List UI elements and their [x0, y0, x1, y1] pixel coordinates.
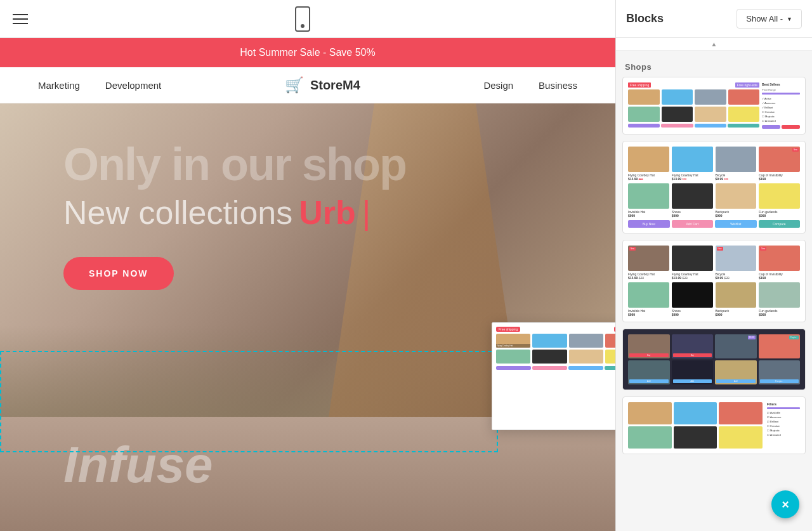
hero-section: Only in our shop New collections Urb| SH… — [0, 103, 615, 452]
show-all-label: Show All - — [746, 14, 783, 23]
site-logo: 🛒 StoreM4 — [285, 76, 360, 94]
cursor-blink: | — [362, 193, 371, 232]
show-all-button[interactable]: Show All - — [737, 9, 802, 29]
block-card-3[interactable]: New Flying Cowboy Hat $13.99 $20 Flying … — [622, 240, 806, 322]
block-card-4[interactable]: Buy Buy $9.99 — [622, 329, 806, 390]
section-title-shops: Shops — [625, 62, 803, 72]
website-content: Hot Summer Sale - Save 50% Marketing Dev… — [0, 38, 615, 531]
hero-content: Only in our shop New collections Urb| SH… — [63, 141, 406, 290]
nav-design[interactable]: Design — [483, 80, 513, 91]
main-canvas: Hot Summer Sale - Save 50% Marketing Dev… — [0, 0, 615, 531]
phone-icon — [295, 6, 310, 32]
block-card-5[interactable]: Filters ☑ Available ☑ Awesome ☑ Brillian… — [622, 397, 806, 454]
right-panel: Blocks Show All - ▲ Shops Free shipping … — [615, 0, 812, 531]
dashed-selection-box — [0, 351, 498, 452]
nav-business[interactable]: Business — [539, 80, 577, 91]
top-toolbar — [0, 0, 615, 38]
hero-subtitle-prefix: New collections — [63, 193, 292, 232]
logo-cart-icon: 🛒 — [285, 76, 304, 94]
shop-now-button[interactable]: SHOP NOW — [63, 257, 174, 290]
logo-text: StoreM4 — [310, 78, 360, 93]
announcement-text: Hot Summer Sale - Save 50% — [240, 47, 375, 58]
block-card-2[interactable]: Flying Cowboy Hat $13.99 $20 Flying Cowb… — [622, 141, 806, 233]
floating-preview-thumbnail: Free shipping Free right-side Flying Cow… — [492, 322, 615, 430]
hero-subtitle: New collections Urb| — [63, 193, 406, 232]
phone-preview-icon[interactable] — [295, 6, 310, 32]
hero-title: Only in our shop — [63, 141, 406, 187]
hero-subtitle-accent: Urb — [299, 193, 356, 232]
close-fab-button[interactable]: × — [771, 490, 799, 518]
right-panel-header: Blocks Show All - — [616, 0, 812, 38]
announcement-bar: Hot Summer Sale - Save 50% — [0, 38, 615, 67]
hamburger-menu[interactable] — [13, 14, 28, 24]
block-card-1[interactable]: Free shipping Free right-side — [622, 77, 806, 134]
right-panel-title: Blocks — [626, 12, 664, 25]
site-nav: Marketing Development 🛒 StoreM4 Design B… — [0, 67, 615, 103]
nav-marketing[interactable]: Marketing — [38, 80, 80, 91]
nav-development[interactable]: Development — [105, 80, 161, 91]
nav-links-left: Marketing Development — [38, 80, 161, 91]
right-panel-content[interactable]: Shops Free shipping Free right-side — [616, 51, 812, 531]
scroll-up-area[interactable]: ▲ — [616, 38, 812, 51]
nav-links-right: Design Business — [483, 80, 577, 91]
